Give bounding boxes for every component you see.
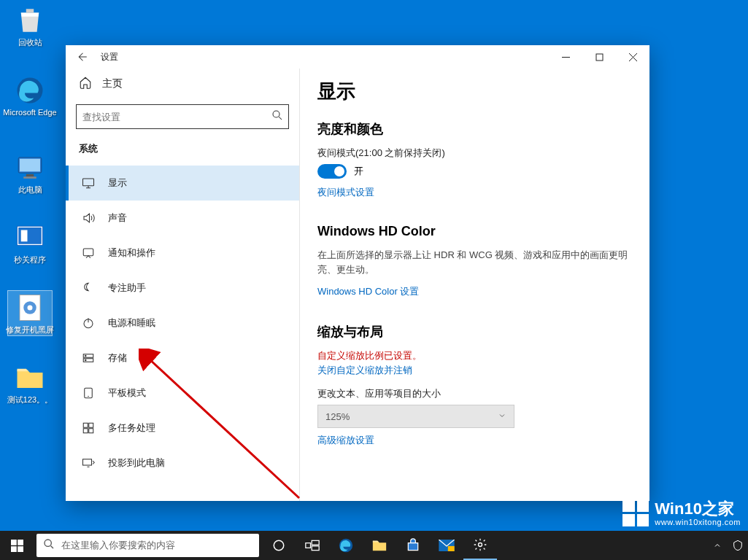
taskbar-search[interactable]: 在这里输入你要搜索的内容 xyxy=(36,534,259,557)
watermark-title: Win10之家 xyxy=(655,500,741,518)
svg-point-19 xyxy=(85,355,87,357)
svg-rect-29 xyxy=(18,540,23,545)
edge-icon xyxy=(14,74,46,106)
start-button[interactable] xyxy=(0,531,34,560)
tray-security-icon[interactable] xyxy=(728,531,748,560)
folder-icon xyxy=(14,362,46,394)
close-button[interactable] xyxy=(616,45,649,69)
desktop: 回收站 Microsoft Edge 此电脑 秒关程序 修复开机黑屏 测试123… xyxy=(0,0,748,560)
desktop-icon-recycle-bin[interactable]: 回收站 xyxy=(1,4,58,47)
sidebar: 主页 系统 显示 声音 xyxy=(66,69,299,501)
hdcolor-desc: 在上面所选择的显示器上让 HDR 和 WCG 视频、游戏和应用中的画面更明亮、更… xyxy=(317,248,632,276)
desktop-icon-label: Microsoft Edge xyxy=(1,108,58,117)
night-light-toggle[interactable]: 开 xyxy=(317,164,632,179)
maximize-button[interactable] xyxy=(582,45,616,69)
scale-value: 125% xyxy=(325,411,350,422)
svg-rect-15 xyxy=(83,249,93,256)
multitask-icon xyxy=(82,421,95,435)
taskbar[interactable]: 在这里输入你要搜索的内容 xyxy=(0,531,748,560)
cortana-button[interactable] xyxy=(262,531,296,560)
taskbar-edge[interactable] xyxy=(329,531,363,560)
sidebar-item-notifications[interactable]: 通知和操作 xyxy=(66,236,299,271)
watermark: Win10之家 www.win10xitong.com xyxy=(622,500,741,526)
tray-up-icon[interactable] xyxy=(707,531,728,560)
system-tray[interactable] xyxy=(707,531,748,560)
sidebar-item-focus[interactable]: 专注助手 xyxy=(66,271,299,306)
shutdown-icon xyxy=(14,222,46,254)
hdcolor-link[interactable]: Windows HD Color 设置 xyxy=(317,285,419,298)
minimize-button[interactable] xyxy=(549,45,582,69)
svg-point-11 xyxy=(28,306,33,311)
svg-point-20 xyxy=(85,359,87,361)
toggle-switch[interactable] xyxy=(317,164,347,179)
home-icon xyxy=(79,76,92,91)
sidebar-item-label: 专注助手 xyxy=(108,281,146,295)
settings-window: 设置 主页 系统 显 xyxy=(66,45,649,501)
sidebar-item-sound[interactable]: 声音 xyxy=(66,201,299,236)
toggle-state: 开 xyxy=(354,165,363,178)
taskbar-search-placeholder: 在这里输入你要搜索的内容 xyxy=(61,539,175,552)
desktop-icon-shutdown[interactable]: 秒关程序 xyxy=(1,222,58,265)
chevron-down-icon xyxy=(498,411,506,422)
taskview-button[interactable] xyxy=(296,531,329,560)
taskbar-explorer[interactable] xyxy=(363,531,396,560)
focus-icon xyxy=(82,281,95,295)
scale-heading: 缩放与布局 xyxy=(317,323,632,341)
home-label: 主页 xyxy=(102,77,123,90)
back-button[interactable] xyxy=(73,48,90,66)
sidebar-item-label: 显示 xyxy=(108,176,127,190)
svg-rect-8 xyxy=(21,230,28,242)
sidebar-item-label: 通知和操作 xyxy=(108,246,155,260)
titlebar[interactable]: 设置 xyxy=(66,45,649,69)
desktop-icon-this-pc[interactable]: 此电脑 xyxy=(1,152,58,195)
brightness-heading: 亮度和颜色 xyxy=(317,120,632,138)
sidebar-item-multitask[interactable]: 多任务处理 xyxy=(66,411,299,446)
svg-rect-9 xyxy=(20,295,40,321)
display-icon xyxy=(82,176,95,190)
hdcolor-heading: Windows HD Color xyxy=(317,224,632,239)
night-light-link[interactable]: 夜间模式设置 xyxy=(317,186,374,199)
sound-icon xyxy=(82,211,95,225)
scale-change-label: 更改文本、应用等项目的大小 xyxy=(317,387,632,400)
search-icon xyxy=(36,538,61,553)
this-pc-icon xyxy=(14,152,46,184)
advanced-scale-link[interactable]: 高级缩放设置 xyxy=(317,434,374,447)
scale-logout-link[interactable]: 关闭自定义缩放并注销 xyxy=(317,364,412,377)
sidebar-item-display[interactable]: 显示 xyxy=(66,166,299,201)
sidebar-item-label: 存储 xyxy=(108,351,127,365)
tablet-icon xyxy=(82,386,95,400)
sidebar-item-project[interactable]: 投影到此电脑 xyxy=(66,446,299,481)
settings-search-input[interactable] xyxy=(77,112,266,122)
taskbar-settings[interactable] xyxy=(463,531,497,560)
desktop-icon-label: 回收站 xyxy=(1,38,58,47)
taskbar-mail[interactable] xyxy=(430,531,463,560)
project-icon xyxy=(82,456,95,470)
desktop-icon-label: 秒关程序 xyxy=(1,255,58,265)
desktop-icon-label: 测试123。。 xyxy=(1,395,58,405)
search-icon xyxy=(266,109,288,125)
taskbar-store[interactable] xyxy=(396,531,430,560)
svg-rect-4 xyxy=(26,174,34,177)
desktop-icon-testfolder[interactable]: 测试123。。 xyxy=(1,362,58,405)
svg-rect-39 xyxy=(448,546,455,551)
svg-point-33 xyxy=(274,540,284,551)
svg-rect-14 xyxy=(83,179,94,186)
sidebar-item-power[interactable]: 电源和睡眠 xyxy=(66,306,299,341)
watermark-url: www.win10xitong.com xyxy=(655,518,741,526)
svg-rect-35 xyxy=(312,540,319,545)
sidebar-item-tablet[interactable]: 平板模式 xyxy=(66,376,299,411)
scale-dropdown[interactable]: 125% xyxy=(317,405,514,428)
power-icon xyxy=(82,316,95,330)
sidebar-item-storage[interactable]: 存储 xyxy=(66,341,299,376)
settings-search[interactable] xyxy=(76,104,289,129)
content-area: 显示 亮度和颜色 夜间模式(21:00 之前保持关闭) 开 夜间模式设置 Win… xyxy=(299,69,649,501)
storage-icon xyxy=(82,351,95,365)
desktop-icon-edge[interactable]: Microsoft Edge xyxy=(1,74,58,117)
desktop-icon-fixboot[interactable]: 修复开机黑屏 xyxy=(1,292,58,335)
sidebar-item-label: 电源和睡眠 xyxy=(108,316,155,330)
sidebar-item-label: 多任务处理 xyxy=(108,421,155,435)
night-light-label: 夜间模式(21:00 之前保持关闭) xyxy=(317,147,632,160)
svg-rect-25 xyxy=(89,429,93,433)
home-link[interactable]: 主页 xyxy=(66,69,299,98)
page-title: 显示 xyxy=(317,79,632,104)
